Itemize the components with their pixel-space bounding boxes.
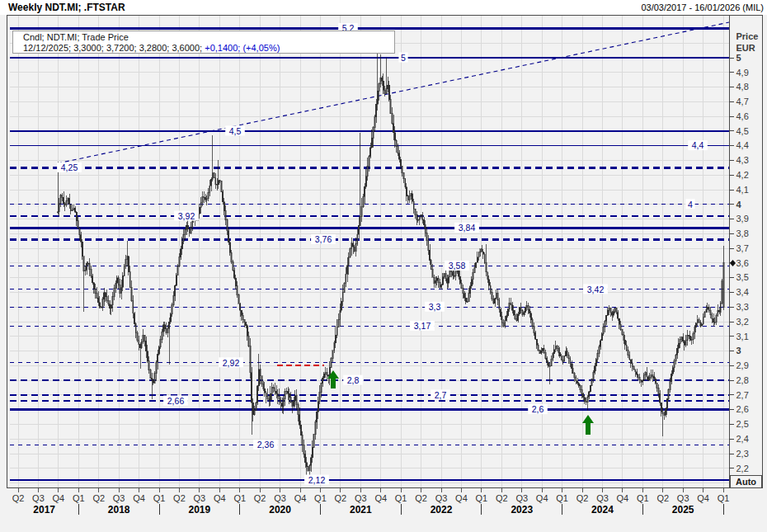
candle-body bbox=[712, 315, 713, 319]
candle-body bbox=[693, 333, 694, 340]
candle-body bbox=[695, 323, 696, 327]
candle-body bbox=[409, 196, 410, 200]
candle-body bbox=[546, 358, 547, 362]
candle-body bbox=[70, 205, 71, 211]
candle-body bbox=[707, 307, 708, 309]
support-resistance-lines[interactable] bbox=[10, 28, 729, 480]
candle-body bbox=[474, 267, 475, 273]
quarter-label: Q4 bbox=[536, 493, 548, 503]
candle-body bbox=[363, 196, 364, 206]
header-bar: Weekly NDT.MI; .FTSTAR 03/03/2017 - 16/0… bbox=[0, 0, 767, 15]
candle-body bbox=[248, 336, 249, 346]
candle-body bbox=[308, 467, 308, 471]
candle-body bbox=[676, 348, 677, 355]
level-label-3,17: 3,17 bbox=[414, 321, 431, 331]
candle-body bbox=[549, 366, 550, 367]
candle-body bbox=[402, 166, 402, 172]
candle-body bbox=[229, 242, 230, 253]
candle-body bbox=[101, 307, 101, 308]
candle-body bbox=[374, 117, 375, 128]
candle-body bbox=[109, 304, 110, 308]
candle-body bbox=[383, 81, 384, 90]
candle-body bbox=[438, 278, 439, 282]
auto-scale-button[interactable]: Auto bbox=[730, 475, 762, 488]
candle-body bbox=[623, 335, 624, 340]
candle-body bbox=[242, 315, 243, 319]
candle-body bbox=[662, 412, 663, 413]
candle-body bbox=[639, 377, 640, 379]
candle-body bbox=[79, 228, 80, 235]
quarter-label: Q4 bbox=[294, 493, 307, 503]
candle-body bbox=[227, 220, 228, 231]
candle-body bbox=[105, 293, 106, 297]
candle-body bbox=[652, 375, 653, 377]
candle-body bbox=[429, 250, 430, 260]
candle-body bbox=[548, 362, 548, 366]
candle-body bbox=[62, 195, 63, 197]
candle-body bbox=[482, 249, 482, 252]
candle-body bbox=[167, 328, 168, 332]
candle-body bbox=[153, 380, 153, 383]
candle-body bbox=[588, 392, 589, 397]
chart-canvas[interactable]: 5,254,54,44,2543,923,843,763,583,423,33,… bbox=[0, 0, 767, 532]
candle-body bbox=[432, 270, 433, 277]
candle-body bbox=[296, 396, 297, 405]
candle-body bbox=[102, 299, 103, 307]
candle-body bbox=[411, 194, 412, 196]
candle-body bbox=[371, 138, 372, 148]
candle-body bbox=[342, 292, 343, 301]
level-label-3,3: 3,3 bbox=[429, 302, 441, 312]
candle-body bbox=[275, 391, 276, 393]
candle-body bbox=[377, 91, 378, 104]
candle-body bbox=[710, 311, 711, 315]
price-axis-unit: EUR bbox=[736, 43, 755, 53]
candle-body bbox=[704, 312, 705, 318]
candle-body bbox=[446, 279, 447, 283]
candle-body bbox=[80, 235, 81, 242]
candle-body bbox=[576, 381, 577, 384]
candle-body bbox=[365, 177, 366, 186]
candle-body bbox=[162, 325, 163, 332]
candle-body bbox=[369, 148, 370, 157]
candle-body bbox=[312, 447, 313, 457]
candle-body bbox=[603, 327, 604, 334]
year-label: 2019 bbox=[189, 504, 211, 516]
candle-body bbox=[318, 402, 318, 412]
candle-body bbox=[358, 225, 359, 234]
candle-body bbox=[718, 310, 718, 315]
candle-body bbox=[522, 310, 523, 314]
quarter-label: Q2 bbox=[254, 493, 266, 503]
candle-body bbox=[224, 202, 224, 211]
candle-body bbox=[131, 287, 132, 300]
candle-body bbox=[557, 346, 558, 348]
candle-body bbox=[469, 286, 470, 294]
candle-body bbox=[344, 283, 345, 292]
candle-body bbox=[555, 346, 556, 350]
candle-body bbox=[124, 266, 125, 275]
candle-body bbox=[675, 355, 676, 361]
candle-body bbox=[375, 104, 376, 117]
candle-body bbox=[493, 299, 494, 304]
quarter-label: Q3 bbox=[113, 493, 125, 503]
price-tick-label: 3,9 bbox=[736, 214, 749, 224]
candle-body bbox=[697, 319, 698, 323]
up-arrow-icon[interactable] bbox=[582, 415, 594, 435]
candle-body bbox=[63, 197, 64, 204]
legend-box[interactable]: Cndl; NDT.MI; Trade Price 12/12/2025; 3,… bbox=[12, 31, 395, 54]
candle-body bbox=[348, 257, 349, 265]
candle-body bbox=[619, 318, 619, 324]
candle-body bbox=[145, 341, 146, 351]
candle-body bbox=[691, 340, 692, 341]
candle-body bbox=[180, 249, 181, 257]
year-label: 2018 bbox=[108, 504, 130, 516]
time-axis: Q2Q3Q4Q1Q2Q3Q4Q1Q2Q3Q4Q1Q2Q3Q4Q1Q2Q3Q4Q1… bbox=[12, 488, 730, 516]
candle-body bbox=[501, 317, 502, 323]
candle-body bbox=[670, 382, 671, 389]
candle-body bbox=[664, 414, 665, 416]
candle-body bbox=[405, 179, 406, 187]
price-tick-label: 2,6 bbox=[736, 404, 749, 414]
quarter-label: Q2 bbox=[335, 493, 347, 503]
candle-body bbox=[419, 216, 420, 220]
candle-body bbox=[642, 380, 642, 382]
candle-body bbox=[216, 184, 217, 185]
